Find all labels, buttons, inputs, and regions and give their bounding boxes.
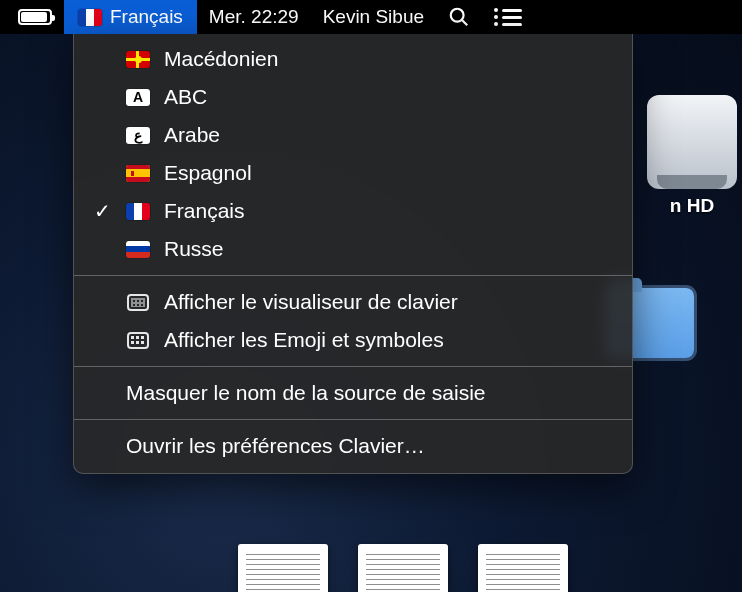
menubar-datetime[interactable]: Mer. 22:29 (197, 0, 311, 34)
menubar-notification-center[interactable] (482, 0, 534, 34)
menu-separator (74, 275, 632, 276)
desktop-document-icon[interactable] (238, 544, 328, 592)
menu-separator (74, 419, 632, 420)
menu-open-keyboard-prefs[interactable]: Ouvrir les préférences Clavier… (74, 427, 632, 465)
input-source-label: Arabe (164, 123, 610, 147)
desktop-document-icon[interactable] (478, 544, 568, 592)
emoji-icon (126, 332, 150, 349)
checkmark-icon: ✓ (92, 199, 112, 223)
desktop-hd-icon[interactable]: n HD (632, 95, 742, 217)
input-source-item-russe[interactable]: Russe (74, 230, 632, 268)
abc-icon: A (126, 89, 150, 106)
menubar: Français Mer. 22:29 Kevin Sibue (0, 0, 742, 34)
menubar-input-source-label: Français (110, 6, 183, 28)
input-source-label: Espagnol (164, 161, 610, 185)
desktop-hd-label: n HD (632, 195, 742, 217)
input-source-item-francais[interactable]: ✓ Français (74, 192, 632, 230)
hard-drive-icon (647, 95, 737, 189)
menu-hide-input-source-name[interactable]: Masquer le nom de la source de saisie (74, 374, 632, 412)
flag-fr-icon (126, 203, 150, 220)
menubar-battery[interactable] (0, 0, 64, 34)
input-source-label: ABC (164, 85, 610, 109)
menu-show-keyboard-viewer[interactable]: Afficher le visualiseur de clavier (74, 283, 632, 321)
flag-ru-icon (126, 241, 150, 258)
input-source-item-macedonien[interactable]: Macédonien (74, 40, 632, 78)
input-source-label: Russe (164, 237, 610, 261)
input-source-item-arabe[interactable]: ع Arabe (74, 116, 632, 154)
menu-separator (74, 366, 632, 367)
svg-line-1 (462, 20, 467, 25)
menubar-datetime-label: Mer. 22:29 (209, 6, 299, 28)
keyboard-icon (126, 294, 150, 311)
flag-fr-icon (78, 9, 102, 26)
input-source-item-espagnol[interactable]: Espagnol (74, 154, 632, 192)
arabic-icon: ع (126, 127, 150, 144)
desktop-document-icon[interactable] (358, 544, 448, 592)
search-icon (448, 6, 470, 28)
menubar-input-source[interactable]: Français (64, 0, 197, 34)
menu-item-label: Masquer le nom de la source de saisie (126, 381, 610, 405)
menu-item-label: Ouvrir les préférences Clavier… (126, 434, 610, 458)
input-source-label: Français (164, 199, 610, 223)
menubar-username[interactable]: Kevin Sibue (311, 0, 436, 34)
battery-icon (18, 9, 52, 25)
menu-item-label: Afficher le visualiseur de clavier (164, 290, 610, 314)
input-source-item-abc[interactable]: A ABC (74, 78, 632, 116)
menubar-username-label: Kevin Sibue (323, 6, 424, 28)
input-source-dropdown: Macédonien A ABC ع Arabe Espagnol ✓ Fran… (73, 34, 633, 474)
flag-mk-icon (126, 51, 150, 68)
list-icon (494, 8, 522, 26)
input-source-label: Macédonien (164, 47, 610, 71)
menubar-spotlight[interactable] (436, 0, 482, 34)
menu-item-label: Afficher les Emoji et symboles (164, 328, 610, 352)
flag-es-icon (126, 165, 150, 182)
svg-point-0 (451, 9, 464, 22)
menu-show-emoji-symbols[interactable]: Afficher les Emoji et symboles (74, 321, 632, 359)
